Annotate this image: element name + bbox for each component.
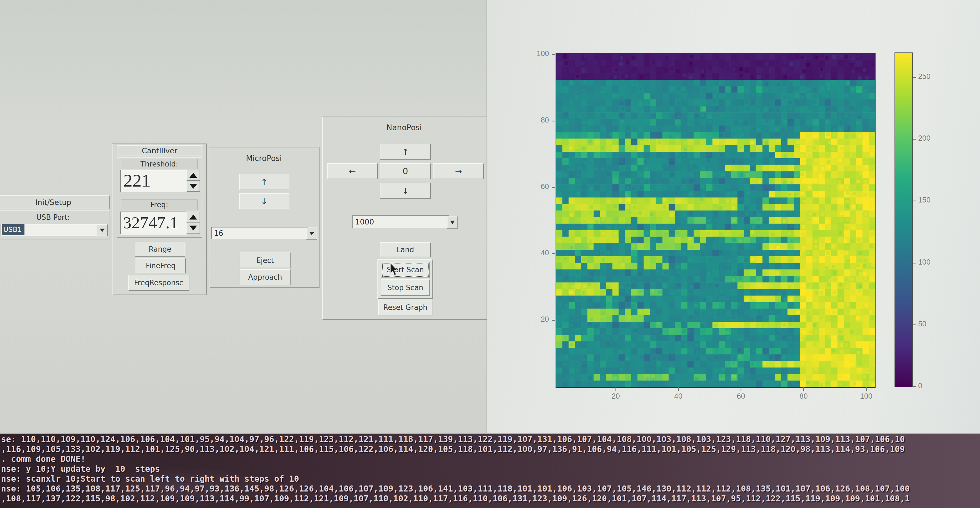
- reset-graph-button[interactable]: Reset Graph: [378, 300, 433, 315]
- microposi-step-combobox[interactable]: 16: [211, 227, 309, 239]
- threshold-spin-down-button[interactable]: [186, 181, 200, 192]
- y-tick-label: 20: [523, 315, 549, 324]
- colorbar-tick-mark: [913, 386, 916, 387]
- mouse-cursor: [389, 262, 400, 277]
- nanoposi-step-combobox[interactable]: 1000: [352, 215, 449, 228]
- colorbar-tick-mark: [913, 324, 916, 325]
- terminal-line: ,116,109,105,133,102,119,112,101,125,90,…: [0, 444, 980, 454]
- terminal-line: ,108,117,137,122,115,98,102,112,109,109,…: [0, 494, 980, 503]
- nanoposi-center-button[interactable]: 0: [380, 163, 431, 179]
- microposi-title: MicroPosi: [210, 153, 318, 164]
- freq-input[interactable]: 32747.1: [120, 211, 188, 235]
- finefreq-button[interactable]: FineFreq: [135, 258, 186, 273]
- y-tick-mark: [552, 320, 555, 321]
- land-button[interactable]: Land: [380, 242, 431, 257]
- threshold-input[interactable]: 221: [120, 170, 188, 192]
- x-tick-label: 80: [791, 392, 816, 402]
- cantiliver-title-box: Cantiliver: [117, 145, 202, 156]
- colorbar-tick-label: 150: [918, 196, 943, 205]
- colorbar-tick-label: 250: [918, 72, 943, 82]
- terminal-line: nse: 105,106,135,108,117,125,117,96,94,9…: [0, 484, 980, 494]
- microposi-up-button[interactable]: ↑: [239, 174, 289, 190]
- x-tick-mark: [616, 387, 616, 391]
- x-tick-mark: [741, 387, 741, 391]
- microposi-down-button[interactable]: ↓: [239, 193, 289, 210]
- y-tick-mark: [552, 121, 555, 121]
- nanoposi-up-button[interactable]: ↑: [380, 144, 431, 160]
- stop-scan-button[interactable]: Stop Scan: [381, 279, 430, 296]
- colorbar-tick-label: 200: [918, 134, 943, 143]
- arrow-down-icon: [189, 225, 197, 230]
- x-tick-label: 20: [603, 392, 628, 402]
- terminal-line: nse: y 10;Y update by 10 steps: [0, 464, 980, 474]
- x-tick-mark: [866, 387, 867, 391]
- freq-spinner: [186, 211, 199, 233]
- freq-label: Freq:: [121, 200, 198, 210]
- freq-spin-down-button[interactable]: [186, 222, 200, 233]
- arrow-down-icon: [189, 184, 197, 189]
- usb-port-selected-value: USB1: [2, 224, 24, 235]
- colorbar-tick-mark: [913, 139, 916, 140]
- microposi-step-dropdown-button[interactable]: [306, 227, 317, 240]
- freqresponse-button[interactable]: FreqResponse: [128, 275, 189, 291]
- nanoposi-left-button[interactable]: ←: [327, 163, 378, 179]
- chevron-down-icon: [309, 232, 314, 235]
- arrow-up-icon: [189, 173, 197, 178]
- colorbar: [894, 52, 913, 387]
- y-tick-label: 40: [523, 249, 549, 258]
- init-setup-label: Init/Setup: [35, 198, 72, 206]
- colorbar-tick-label: 100: [918, 258, 943, 267]
- eject-button[interactable]: Eject: [240, 252, 291, 268]
- heatmap: [555, 53, 875, 388]
- chevron-down-icon: [100, 229, 105, 232]
- y-tick-mark: [552, 253, 555, 254]
- freq-spin-up-button[interactable]: [186, 211, 200, 222]
- usb-port-dropdown-button[interactable]: [97, 224, 108, 236]
- colorbar-tick-mark: [913, 77, 916, 78]
- nanoposi-step-value: 1000: [355, 217, 374, 226]
- y-tick-label: 80: [523, 116, 549, 125]
- approach-button[interactable]: Approach: [240, 269, 291, 285]
- nanoposi-down-button[interactable]: ↓: [380, 183, 431, 198]
- x-tick-mark: [678, 387, 679, 391]
- terminal-output: se: 110,110,109,110,124,106,106,104,101,…: [0, 434, 980, 503]
- threshold-label: Threshold:: [121, 159, 198, 169]
- terminal-line: nse: scanxlr 10;Start to scan left to ri…: [0, 474, 980, 484]
- nanoposi-step-dropdown-button[interactable]: [447, 216, 458, 229]
- x-tick-label: 60: [729, 392, 753, 402]
- y-tick-mark: [552, 187, 555, 188]
- x-tick-label: 100: [854, 392, 878, 402]
- start-scan-button[interactable]: Start Scan: [381, 262, 430, 278]
- colorbar-tick-mark: [913, 263, 916, 264]
- range-button[interactable]: Range: [135, 242, 185, 257]
- y-tick-label: 100: [523, 49, 549, 59]
- x-tick-label: 40: [666, 392, 691, 402]
- cantiliver-title: Cantiliver: [142, 146, 177, 155]
- terminal-line: . comm done DONE!: [0, 454, 980, 464]
- y-tick-mark: [552, 54, 555, 55]
- x-tick-mark: [803, 387, 804, 391]
- colorbar-tick-label: 50: [918, 320, 943, 329]
- threshold-spin-up-button[interactable]: [186, 170, 200, 181]
- colorbar-tick-mark: [913, 200, 916, 202]
- y-tick-label: 60: [523, 183, 549, 192]
- microposi-step-value: 16: [214, 229, 223, 237]
- nanoposi-right-button[interactable]: →: [433, 163, 484, 179]
- usb-port-combobox[interactable]: USB1: [0, 224, 99, 236]
- terminal-line: se: 110,110,109,110,124,106,106,104,101,…: [0, 434, 980, 444]
- screen: Init/Setup USB Port: USB1 Cantiliver Thr…: [0, 0, 980, 508]
- nanoposi-title: NanoPosi: [322, 122, 486, 133]
- init-setup-panel-title: Init/Setup: [0, 195, 110, 210]
- chevron-down-icon: [450, 221, 455, 224]
- threshold-spinner: [186, 170, 199, 192]
- arrow-up-icon: [189, 214, 197, 219]
- terminal[interactable]: se: 110,110,109,110,124,106,106,104,101,…: [0, 434, 980, 508]
- usb-port-label: USB Port:: [0, 213, 109, 222]
- colorbar-tick-label: 0: [918, 382, 943, 391]
